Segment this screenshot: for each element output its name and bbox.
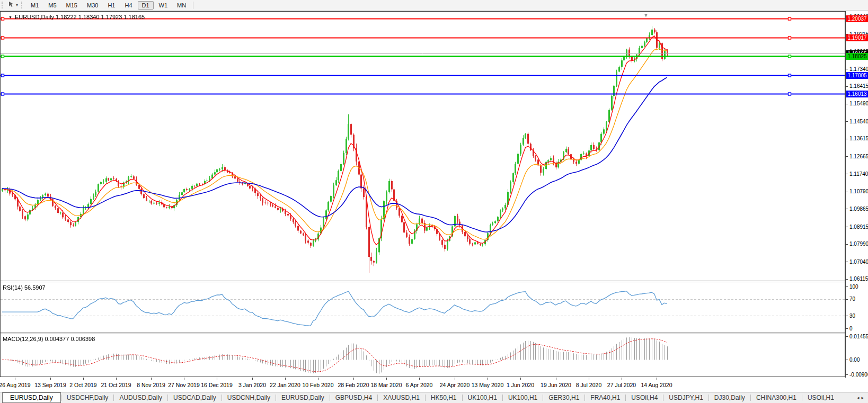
macd-indicator-label: MACD(12,26,9) 0.004377 0.006398 <box>3 336 95 342</box>
date-tick-mark <box>589 378 589 380</box>
macd-tick-label: 0.00 <box>849 357 860 363</box>
price-tick-mark <box>846 69 848 69</box>
date-label: 8 Jul 2020 <box>576 382 601 388</box>
level-price-label: 1.20037 <box>846 15 868 22</box>
price-tick-label: 1.12665 <box>849 154 868 159</box>
crosshair-tool-icon <box>8 1 15 10</box>
chart-tab-uk100-h1[interactable]: UK100,H1 <box>503 392 543 403</box>
date-tick-mark <box>386 378 387 380</box>
price-tick-mark <box>846 262 848 262</box>
time-axis[interactable]: 26 Aug 201913 Sep 20192 Oct 201921 Oct 2… <box>0 378 846 392</box>
chart-tab-xauusd-h1[interactable]: XAUUSD,H1 <box>378 392 425 403</box>
timeframe-button-h4[interactable]: H4 <box>120 1 136 10</box>
chart-tab-eurusd-daily[interactable]: EURUSD,Daily <box>2 392 61 403</box>
price-axis[interactable]: 1.201401.192151.182651.173401.164151.154… <box>845 11 868 379</box>
date-tick-mark <box>455 378 455 380</box>
rsi-indicator-label: RSI(14) 56.5907 <box>3 284 46 291</box>
timeframe-button-w1[interactable]: W1 <box>155 1 172 10</box>
date-tick-mark <box>50 378 51 380</box>
chart-tab-gbpusd-h4[interactable]: GBPUSD,H4 <box>330 392 377 403</box>
level-price-label: 1.19017 <box>846 34 868 41</box>
tab-scroll-controls: ◂ ▸ <box>853 395 868 400</box>
price-tick-mark <box>846 174 848 174</box>
chart-tab-usoil-h1[interactable]: USOil,H1 <box>802 392 839 403</box>
chart-tab-usdjpy-h1[interactable]: USDJPY,H1 <box>663 392 708 403</box>
chart-tab-fra40-h1[interactable]: FRA40,H1 <box>585 392 625 403</box>
date-label: 27 Nov 2019 <box>168 382 200 388</box>
chart-tab-usdchf-daily[interactable]: USDCHF,Daily <box>61 392 114 403</box>
price-tick-label: 1.09865 <box>849 206 868 212</box>
date-label: 10 Feb 2020 <box>303 382 334 388</box>
date-label: 16 Dec 2019 <box>201 382 233 388</box>
chart-tab-china300-h1[interactable]: CHINA300,H1 <box>751 392 802 403</box>
scroll-to-end-marker-icon: ▼ <box>643 12 649 18</box>
timeframe-button-m30[interactable]: M30 <box>83 1 102 10</box>
timeframe-button-m15[interactable]: M15 <box>62 1 82 10</box>
date-label: 13 May 2020 <box>472 382 504 388</box>
draw-tool-button[interactable]: ▾ <box>6 1 20 10</box>
date-label: 24 Apr 2020 <box>440 382 470 388</box>
date-tick-mark <box>622 378 622 380</box>
chart-title-text: EURUSD,Daily 1.18222 1.18340 1.17923 1.1… <box>15 14 145 20</box>
tab-scroll-left-icon[interactable]: ◂ <box>857 395 860 400</box>
macd-tick-mark <box>846 360 848 360</box>
date-tick-mark <box>15 378 15 380</box>
chart-tab-ger30-h1[interactable]: GER30,H1 <box>543 392 584 403</box>
toolbar: ▾ M1M5M15M30H1H4D1W1MN <box>0 0 868 11</box>
date-tick-mark <box>285 378 286 380</box>
chart-tab-audusd-daily[interactable]: AUDUSD,Daily <box>114 392 167 403</box>
price-tick-label: 1.14540 <box>849 119 868 124</box>
timeframe-button-d1[interactable]: D1 <box>138 1 154 10</box>
date-label: 26 Aug 2019 <box>0 382 30 388</box>
chart-tab-usdcnh-daily[interactable]: USDCNH,Daily <box>222 392 276 403</box>
level-price-label: 1.17005 <box>846 72 868 79</box>
price-tick-mark <box>846 139 848 139</box>
chart-tab-dj30-daily[interactable]: DJ30,Daily <box>709 392 750 403</box>
rsi-tick-mark <box>846 328 848 329</box>
rsi-tick-mark <box>846 316 848 316</box>
date-label: 21 Oct 2019 <box>101 382 131 388</box>
price-tick-mark <box>846 104 848 104</box>
price-tick-label: 1.17340 <box>849 66 868 72</box>
date-tick-mark <box>657 378 657 380</box>
date-label: 1 Jun 2020 <box>507 382 534 388</box>
macd-tick-label: -0.009001 <box>849 372 868 378</box>
timeframe-button-mn[interactable]: MN <box>173 1 190 10</box>
date-label: 18 Mar 2020 <box>371 382 402 388</box>
chart-tab-eurusd-daily[interactable]: EURUSD,Daily <box>276 392 330 403</box>
title-arrow-icon: ▼ <box>8 15 12 19</box>
date-label: 6 Apr 2020 <box>406 382 433 388</box>
chart-tab-hk50-h1[interactable]: HK50,H1 <box>426 392 462 403</box>
chart-tab-uk100-h1[interactable]: UK100,H1 <box>463 392 502 403</box>
timeframe-button-m5[interactable]: M5 <box>44 1 60 10</box>
price-tick-label: 1.06115 <box>849 276 868 282</box>
timeframe-button-m1[interactable]: M1 <box>26 1 43 10</box>
timeframe-button-h1[interactable]: H1 <box>103 1 119 10</box>
toolbar-grip[interactable] <box>2 2 4 8</box>
chevron-down-icon: ▾ <box>16 3 18 7</box>
toolbar-grip[interactable] <box>21 2 23 8</box>
date-tick-mark <box>419 378 420 380</box>
macd-tick-label: 0.014556 <box>849 334 868 339</box>
chart-tab-usdcad-daily[interactable]: USDCAD,Daily <box>168 392 222 403</box>
price-tick-label: 1.13615 <box>849 136 868 141</box>
rsi-pane-canvas[interactable] <box>1 282 845 333</box>
date-label: 22 Jan 2020 <box>270 382 300 388</box>
macd-pane-canvas[interactable] <box>1 334 845 377</box>
price-tick-mark <box>846 121 848 122</box>
date-label: 2 Oct 2019 <box>69 382 96 388</box>
rsi-tick-label: 30 <box>849 313 855 319</box>
price-tick-label: 1.15490 <box>849 101 868 106</box>
chart-title: ▼ EURUSD,Daily 1.18222 1.18340 1.17923 1… <box>8 14 145 20</box>
date-label: 13 Sep 2019 <box>34 382 66 388</box>
date-tick-mark <box>83 378 84 380</box>
rsi-tick-label: 100 <box>849 284 858 290</box>
rsi-tick-mark <box>846 299 848 300</box>
chart-tab-usoil-h4[interactable]: USOil,H4 <box>626 392 663 403</box>
toolbar-separator <box>193 2 193 9</box>
price-tick-label: 1.07990 <box>849 241 868 247</box>
price-chart-canvas[interactable] <box>1 12 845 281</box>
date-tick-mark <box>318 378 318 380</box>
tab-scroll-right-icon[interactable]: ▸ <box>861 395 864 400</box>
price-tick-mark <box>846 279 848 280</box>
